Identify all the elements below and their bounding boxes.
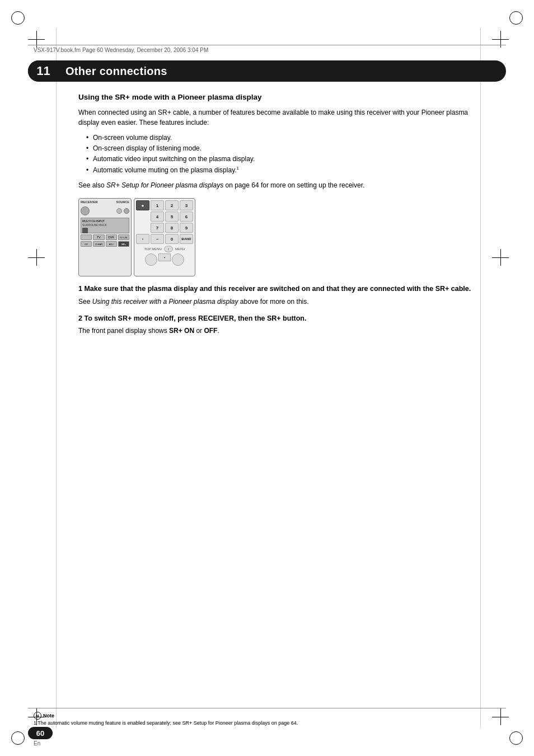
step1-heading: 1 Make sure that the plasma display and … xyxy=(78,284,478,294)
receiver-btn-row-2: CD CLEAR ADJ SR+ xyxy=(81,241,129,247)
intro-text: When connected using an SR+ cable, a num… xyxy=(78,107,478,128)
np-7: 6 xyxy=(180,212,193,222)
numpad-row-2: - 4 5 6 xyxy=(136,212,193,222)
np-nav-btn: ↕ xyxy=(164,246,173,252)
np-1: 1 xyxy=(151,200,164,210)
bullet-4-text: Automatic volume muting on the plasma di… xyxy=(93,166,237,174)
knob-left xyxy=(81,206,90,215)
footnote-sup: 1 xyxy=(237,166,239,171)
note-icon: N xyxy=(34,712,41,720)
np-8b: 8 xyxy=(165,223,179,233)
step1-heading-bold: 1 Make sure that the plasma display and … xyxy=(78,285,471,293)
np-band: BAND xyxy=(180,234,193,244)
crosshair-mid-right xyxy=(492,249,509,266)
receiver-btn-row-1: TV DVR TO CNL xyxy=(81,234,129,240)
step2-end: . xyxy=(217,327,219,335)
feature-list: On-screen volume display. On-screen disp… xyxy=(86,133,478,176)
reg-mark-tl xyxy=(11,11,25,25)
bullet-2: On-screen display of listening mode. xyxy=(86,143,478,154)
knob-right xyxy=(124,208,129,214)
page-number-box: 60 xyxy=(28,727,53,739)
np-2: 2 xyxy=(165,200,179,210)
step2-heading: 2 To switch SR+ mode on/off, press RECEI… xyxy=(78,314,478,324)
device-remote: ● 1 2 3 - 4 5 6 - 7 8 9 • − 0 BAND xyxy=(134,198,195,276)
bottom-rule xyxy=(28,708,506,708)
reg-mark-tr xyxy=(509,11,523,25)
rc-btn-cd: CD xyxy=(81,241,92,247)
step1-body: See Using this receiver with a Pioneer p… xyxy=(78,297,478,307)
note-section: NNote 1 The automatic volume muting feat… xyxy=(34,712,500,727)
receiver-label: RECEIVER xyxy=(81,200,98,204)
source-label: SOURCE xyxy=(116,200,129,204)
numpad-row-4: • − 0 BAND xyxy=(136,234,193,244)
step2-body: The front panel display shows SR+ ON or … xyxy=(78,326,478,336)
np-5: 4 xyxy=(151,212,164,222)
rc-btn-clear: CLEAR xyxy=(93,241,104,247)
bullet-4: Automatic volume muting on the plasma di… xyxy=(86,165,478,176)
chapter-title: Other connections xyxy=(59,65,167,78)
rc-btn-tv: TV xyxy=(93,234,104,240)
left-margin-line xyxy=(56,28,57,728)
np-0: 0 xyxy=(165,234,179,244)
np-rect-btn: • xyxy=(158,253,171,261)
topmenu-label: TOP MENU xyxy=(144,247,161,251)
rc-btn-dvr: DVR xyxy=(106,234,117,240)
device-receiver: RECEIVER SOURCE MULTI CH INPUT SURROUND … xyxy=(78,198,132,276)
diagram-container: RECEIVER SOURCE MULTI CH INPUT SURROUND … xyxy=(78,198,478,276)
note-text: 1 The automatic volume muting feature is… xyxy=(34,720,298,726)
see-also-italic: SR+ Setup for Pioneer plasma displays xyxy=(106,181,223,189)
numpad-bottom: • xyxy=(136,253,193,266)
chapter-number: 11 xyxy=(28,60,59,82)
page-lang: En xyxy=(34,740,40,746)
np-9b: 9 xyxy=(180,223,193,233)
step2-off: OFF xyxy=(204,327,217,335)
reg-mark-br xyxy=(509,731,523,745)
np-circle-1 xyxy=(145,253,157,266)
step2-pre: The front panel display shows xyxy=(78,327,169,335)
numpad-row-1: ● 1 2 3 xyxy=(136,200,193,210)
file-info: VSX-917V.book.fm Page 60 Wednesday, Dece… xyxy=(34,47,208,53)
page-number: 60 xyxy=(36,729,44,738)
step2-or: or xyxy=(194,327,204,335)
bullet-1: On-screen volume display. xyxy=(86,133,478,143)
rc-btn-adj: ADJ xyxy=(106,241,117,247)
header-rule xyxy=(28,45,506,45)
np-dash: • xyxy=(136,234,149,244)
rc-btn-srplus: SR+ xyxy=(118,241,129,247)
numpad-row-3: - 7 8 9 xyxy=(136,223,193,233)
np-3: 3 xyxy=(180,200,193,210)
step2-heading-bold: 2 To switch SR+ mode on/off, press RECEI… xyxy=(78,314,306,322)
right-margin-line xyxy=(480,28,481,728)
step2-sr-on: SR+ ON xyxy=(169,327,194,335)
see-also-text: See also SR+ Setup for Pioneer plasma di… xyxy=(78,180,478,191)
reg-mark-bl xyxy=(11,731,25,745)
main-content: Using the SR+ mode with a Pioneer plasma… xyxy=(78,92,478,341)
rc-btn-blank xyxy=(81,234,92,240)
chapter-header: 11 Other connections xyxy=(28,60,506,82)
receiver-display: MULTI CH INPUT SURROUND BACK xyxy=(81,218,129,233)
note-label: Note xyxy=(43,713,54,719)
menu-label: MENU xyxy=(175,247,185,251)
step1-italic: Using this receiver with a Pioneer plasm… xyxy=(92,298,238,306)
np-7b: 7 xyxy=(151,223,164,233)
np-6: 5 xyxy=(165,212,179,222)
np-minus: − xyxy=(151,234,164,244)
section-heading: Using the SR+ mode with a Pioneer plasma… xyxy=(78,92,478,103)
np-circle-2 xyxy=(172,253,184,266)
crosshair-mid-left xyxy=(28,249,45,266)
bullet-3: Automatic video input switching on the p… xyxy=(86,154,478,165)
rc-btn-tocnl: TO CNL xyxy=(118,234,129,240)
power-btn xyxy=(116,208,122,214)
np-dot: ● xyxy=(136,200,149,210)
